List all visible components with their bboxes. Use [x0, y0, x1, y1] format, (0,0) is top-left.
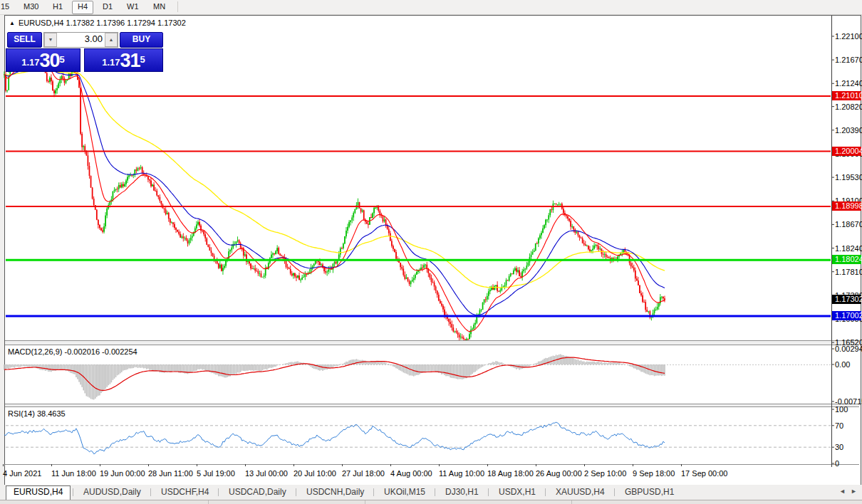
- macd-histogram-bar: [218, 364, 219, 376]
- volume-increase-button[interactable]: ▲: [105, 33, 118, 47]
- macd-histogram-bar: [613, 362, 614, 364]
- candle-body: [430, 273, 431, 278]
- candle-body: [168, 213, 170, 219]
- macd-histogram-bar: [19, 364, 20, 367]
- bid-quote-button[interactable]: 1.17 30 5: [6, 48, 81, 72]
- candle-body: [301, 278, 303, 280]
- ask-quote-button[interactable]: 1.17 31 5: [84, 48, 163, 72]
- price-line-marker: 1.17002: [832, 311, 861, 320]
- symbol-tab-eurusd[interactable]: EURUSD,H4: [6, 485, 71, 500]
- chart-title-text: EURUSD,H4 1.17382 1.17396 1.17294 1.1730…: [19, 19, 186, 27]
- candle-body: [115, 189, 117, 189]
- symbol-tab-usdchf[interactable]: USDCHF,H4: [154, 485, 216, 499]
- macd-histogram-bar: [115, 364, 117, 377]
- candle-body: [415, 275, 416, 278]
- symbol-tab-usdcad[interactable]: USDCAD,Daily: [222, 485, 294, 499]
- candle-body: [165, 209, 167, 214]
- macd-histogram-bar: [664, 364, 665, 376]
- macd-histogram-bar: [70, 364, 71, 373]
- volume-decrease-button[interactable]: ▼: [44, 33, 57, 47]
- macd-histogram-bar: [611, 363, 613, 364]
- macd-histogram-bar: [571, 357, 573, 364]
- candle-body: [206, 238, 207, 245]
- candle-body: [476, 316, 477, 322]
- candle-body: [467, 339, 469, 340]
- macd-histogram-bar: [593, 362, 595, 364]
- tab-separator: [545, 488, 546, 496]
- macd-histogram-bar: [124, 364, 125, 370]
- macd-histogram-bar: [639, 364, 640, 370]
- candle-body: [89, 166, 90, 176]
- date-tick-label: 2 Sep 10:00: [584, 469, 626, 478]
- candle-body: [510, 273, 512, 276]
- candle-body: [654, 310, 655, 313]
- macd-histogram-bar: [499, 362, 501, 364]
- candle-body: [291, 273, 293, 275]
- macd-histogram-bar: [425, 364, 426, 372]
- candle-body: [300, 280, 301, 280]
- candle-body: [534, 251, 535, 252]
- candle-body: [279, 254, 281, 256]
- candle-body: [466, 339, 467, 340]
- candle-body: [56, 88, 58, 90]
- macd-histogram-bar: [600, 362, 601, 364]
- symbol-tab-ukoil[interactable]: UKOil,M15: [377, 485, 432, 499]
- macd-histogram-bar: [33, 364, 34, 367]
- date-tick-label: 4 Aug 00:00: [390, 469, 432, 478]
- candle-body: [177, 230, 178, 232]
- candle-body: [323, 268, 325, 271]
- macd-histogram-bar: [283, 364, 284, 364]
- macd-histogram-bar: [575, 359, 576, 364]
- macd-histogram-bar: [660, 364, 661, 375]
- macd-histogram-bar: [286, 363, 287, 364]
- chart-canvas[interactable]: [0, 0, 862, 504]
- candle-body: [222, 268, 224, 271]
- candle-body: [383, 216, 384, 221]
- candle-body: [385, 219, 387, 225]
- candle-body: [256, 271, 257, 271]
- candle-body: [524, 268, 526, 269]
- symbol-tab-dj30[interactable]: DJ30,H1: [438, 485, 486, 499]
- macd-histogram-bar: [259, 364, 261, 371]
- symbol-tab-audusd[interactable]: AUDUSD,Daily: [76, 485, 148, 499]
- symbol-tab-usdcnh[interactable]: USDCNH,Daily: [299, 485, 371, 499]
- rsi-label: RSI(14) 38.4635: [8, 409, 66, 418]
- symbol-tab-usdx[interactable]: USDX,H1: [492, 485, 543, 499]
- tab-scroll-right-icon[interactable]: ►: [851, 488, 857, 495]
- candle-body: [359, 202, 360, 209]
- tab-scroll-left-icon[interactable]: ◄: [839, 488, 846, 495]
- ask-big-digits: 31: [120, 51, 140, 70]
- macd-histogram-bar: [59, 364, 61, 369]
- symbol-tab-gbpusd[interactable]: GBPUSD,H1: [618, 485, 681, 499]
- date-tick-label: 5 Jul 19:00: [197, 469, 235, 478]
- macd-histogram-bar: [5, 364, 6, 369]
- candle-body: [274, 253, 275, 254]
- macd-histogram-bar: [308, 364, 309, 365]
- symbol-tab-xauusd[interactable]: XAUUSD,H4: [549, 485, 612, 499]
- macd-histogram-bar: [206, 364, 207, 371]
- candle-body: [451, 324, 452, 327]
- sell-button[interactable]: SELL: [7, 32, 42, 48]
- macd-histogram-bar: [467, 364, 469, 377]
- candle-body: [638, 280, 639, 285]
- macd-histogram-bar: [95, 364, 96, 399]
- rsi-line: [4, 422, 665, 453]
- candle-body: [240, 243, 242, 248]
- candle-body: [655, 310, 657, 310]
- macd-histogram-bar: [350, 360, 351, 364]
- buy-button[interactable]: BUY: [120, 32, 163, 48]
- collapse-arrow-icon[interactable]: ▲: [9, 20, 15, 26]
- volume-value[interactable]: 3.00: [57, 33, 103, 46]
- macd-histogram-bar: [287, 363, 289, 364]
- candle-body: [401, 267, 403, 268]
- date-tick-label: 4 Jun 2021: [3, 469, 41, 478]
- candle-body: [231, 248, 232, 251]
- candle-body: [663, 297, 664, 298]
- macd-histogram-bar: [242, 364, 243, 371]
- candle-body: [450, 322, 451, 324]
- candle-body: [506, 280, 507, 285]
- macd-histogram-bar: [415, 364, 416, 376]
- macd-histogram-bar: [653, 364, 654, 375]
- macd-histogram-bar: [9, 364, 11, 368]
- candle-body: [535, 243, 536, 251]
